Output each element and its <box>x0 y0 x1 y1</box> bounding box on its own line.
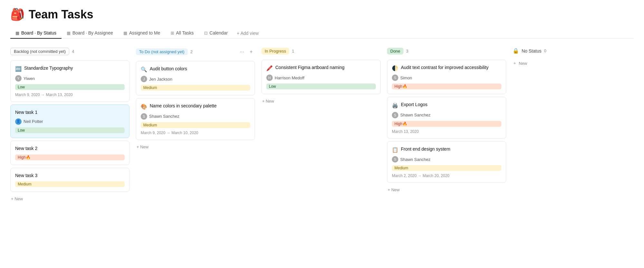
priority-badge: Low <box>266 84 376 89</box>
card-title-text: Audit button colors <box>150 66 187 72</box>
assignee-name: Shawn Sanchez <box>400 113 431 117</box>
column-inprogress-header: In Progress 1 <box>261 46 381 57</box>
card-icon: 🎨 <box>141 103 147 110</box>
card-assignee: H Harrison Medoff <box>266 74 376 81</box>
column-todo: To Do (not assigned yet) 2 ··· ＋ 🔍 Audit… <box>136 46 255 151</box>
new-inprogress-button[interactable]: + New <box>261 97 381 105</box>
column-inprogress: In Progress 1 🖍️ Consistent Figma artboa… <box>261 46 381 105</box>
card-export-logos: 🖨️ Export Logos S Shawn Sanchez High🔥 Ma… <box>387 97 506 138</box>
column-todo-more-button[interactable]: ··· <box>239 48 245 55</box>
card-title: 🖨️ Export Logos <box>392 102 501 109</box>
column-backlog-count: 4 <box>72 49 74 54</box>
card-icon: 🖨️ <box>392 102 398 109</box>
card-title-text: Standardize Typography <box>24 65 73 72</box>
card-title: 🔍 Audit button colors <box>141 66 250 73</box>
card-icon: 🔍 <box>141 66 147 73</box>
card-audit-button-colors: 🔍 Audit button colors J Jen Jackson Medi… <box>136 61 255 95</box>
priority-badge: Medium <box>141 122 250 128</box>
card-new-task-1: New task 1 👤 Neil Potter Low <box>10 104 129 138</box>
card-assignee: S Simon <box>392 74 501 81</box>
tab-calendar-label: Calendar <box>210 30 228 35</box>
priority-badge: High🔥 <box>15 154 125 160</box>
card-icon: 🖍️ <box>266 65 273 72</box>
card-date: March 9, 2020 → March 13, 2020 <box>15 93 125 97</box>
card-title: New task 2 <box>15 145 125 152</box>
avatar: S <box>141 113 147 120</box>
new-backlog-button[interactable]: + New <box>10 194 129 203</box>
card-title-text: New task 3 <box>15 173 37 179</box>
tab-bar: ▦ Board · By Status ▦ Board · By Assigne… <box>10 28 634 39</box>
card-title: 🖍️ Consistent Figma artboard naming <box>266 65 376 72</box>
card-title-text: New task 2 <box>15 145 37 152</box>
card-icon: 🔤 <box>15 65 22 73</box>
column-inprogress-title: In Progress <box>261 48 289 55</box>
card-assignee: S Shawn Sanchez <box>141 113 250 120</box>
avatar: H <box>266 74 273 81</box>
assignee-name: Simon <box>400 75 412 80</box>
card-title-text: Front end design system <box>401 146 450 153</box>
column-backlog: Backlog (not committed yet) 4 🔤 Standard… <box>10 46 129 203</box>
card-date: March 13, 2020 <box>392 129 501 134</box>
assignee-name: Jen Jackson <box>149 77 172 82</box>
new-todo-button[interactable]: + New <box>136 143 255 151</box>
card-title: 📋 Front end design system <box>392 146 501 154</box>
card-date: March 9, 2020 → March 10, 2020 <box>141 131 250 135</box>
priority-badge: Medium <box>141 85 250 91</box>
card-date: March 2, 2020 → March 20, 2020 <box>392 174 501 178</box>
tab-board-assignee-label: Board · By Assignee <box>72 30 113 35</box>
tab-calendar-icon: ⊡ <box>204 31 208 35</box>
tab-board-status-label: Board · By Status <box>21 30 56 35</box>
column-no-status-header: 🔒 No Status 0 <box>513 46 583 56</box>
tab-board-assignee[interactable]: ▦ Board · By Assignee <box>62 28 118 39</box>
tab-assigned-me-icon: ▦ <box>123 31 127 35</box>
priority-badge: High🔥 <box>392 121 501 127</box>
tab-all-tasks-icon: ⊞ <box>171 31 174 35</box>
column-done-title: Done <box>387 48 403 55</box>
column-done-header: Done 3 <box>387 46 506 57</box>
column-done-count: 3 <box>406 49 408 54</box>
avatar: S <box>392 74 398 81</box>
card-new-task-3: New task 3 Medium <box>10 168 129 192</box>
tab-board-status-icon: ▦ <box>15 31 19 35</box>
plus-icon: ＋ <box>513 60 517 66</box>
column-no-status-title: No Status <box>522 48 541 54</box>
card-front-end-design: 📋 Front end design system S Shawn Sanche… <box>387 141 506 183</box>
column-todo-add-button[interactable]: ＋ <box>247 48 255 56</box>
column-done: Done 3 🌓 Audit text contrast for improve… <box>387 46 506 194</box>
page: 🎒 Team Tasks ▦ Board · By Status ▦ Board… <box>0 0 644 211</box>
card-new-task-2: New task 2 High🔥 <box>10 141 129 165</box>
column-todo-title: To Do (not assigned yet) <box>136 48 188 55</box>
card-title-text: Export Logos <box>401 102 428 108</box>
column-backlog-header: Backlog (not committed yet) 4 <box>10 46 129 58</box>
tab-board-status[interactable]: ▦ Board · By Status <box>10 28 62 39</box>
column-inprogress-count: 1 <box>292 49 294 54</box>
assignee-name: Yiwen <box>24 76 35 81</box>
card-assignee: S Shawn Sanchez <box>392 112 501 118</box>
card-title: New task 1 <box>15 109 125 116</box>
tab-assigned-me[interactable]: ▦ Assigned to Me <box>118 28 166 39</box>
assignee-name: Shawn Sanchez <box>149 114 179 119</box>
tab-calendar[interactable]: ⊡ Calendar <box>199 28 233 39</box>
card-title-text: New task 1 <box>15 109 37 116</box>
column-backlog-title: Backlog (not committed yet) <box>10 48 69 55</box>
card-assignee: 👤 Neil Potter <box>15 118 125 125</box>
card-title-text: Consistent Figma artboard naming <box>275 65 345 71</box>
avatar: J <box>141 76 147 82</box>
card-title-text: Audit text contrast for improved accessi… <box>401 65 488 71</box>
priority-badge: Medium <box>392 165 501 171</box>
priority-badge: Low <box>15 127 125 133</box>
card-title: New task 3 <box>15 173 125 179</box>
tab-all-tasks[interactable]: ⊞ All Tasks <box>166 28 199 39</box>
card-assignee: S Shawn Sanchez <box>392 156 501 163</box>
card-audit-text-contrast: 🌓 Audit text contrast for improved acces… <box>387 60 506 94</box>
tab-assigned-me-label: Assigned to Me <box>129 30 160 35</box>
new-no-status-button[interactable]: ＋ New <box>513 59 583 67</box>
add-view-button[interactable]: + Add view <box>233 28 262 38</box>
card-title-text: Name colors in secondary palette <box>150 103 217 109</box>
avatar: Y <box>15 75 22 82</box>
column-todo-count: 2 <box>190 49 193 54</box>
avatar: 👤 <box>15 118 22 125</box>
new-done-button[interactable]: + New <box>387 185 506 194</box>
tab-board-assignee-icon: ▦ <box>67 31 71 35</box>
board: Backlog (not committed yet) 4 🔤 Standard… <box>10 46 634 203</box>
